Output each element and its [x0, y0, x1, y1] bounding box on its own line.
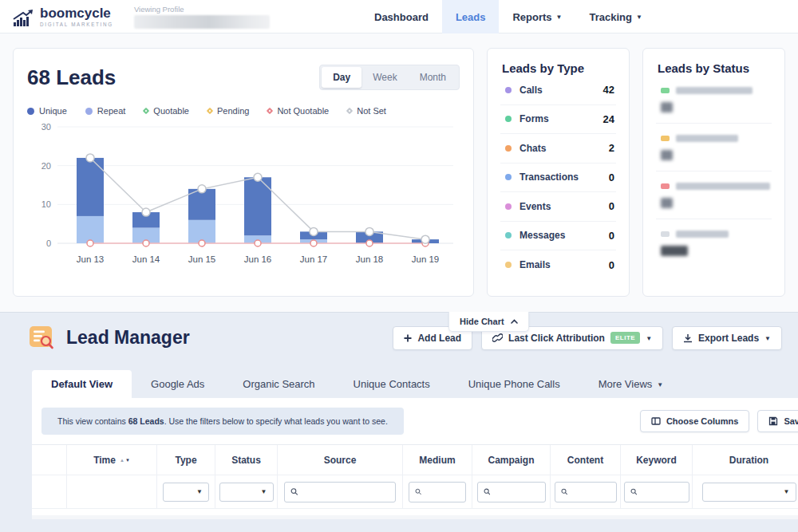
column-header-Time[interactable]: Time▲▼ [67, 445, 157, 475]
leads-by-type-row: Messages0 [500, 222, 616, 251]
type-value: 42 [603, 84, 614, 96]
column-header-Type: Type [157, 445, 215, 475]
filter-select-duration[interactable]: ▼ [702, 483, 796, 502]
legend-label: Quotable [153, 106, 189, 116]
column-header-label: Time [93, 455, 116, 466]
leads-by-type-list: Calls42Forms24Chats2Transactions0Events0… [500, 76, 616, 280]
export-leads-button[interactable]: Export Leads ▼ [672, 326, 782, 350]
leads-chart[interactable]: 0102030Jun 13Jun 14Jun 15Jun 16Jun 17Jun… [27, 116, 461, 277]
save-view-button[interactable]: Save View [757, 410, 798, 432]
column-header-Medium: Medium [403, 445, 472, 475]
range-option-day[interactable]: Day [322, 67, 361, 88]
lead-manager-section: Hide Chart Lead Manager Add Lead [0, 312, 798, 532]
leads-by-type-row: Calls42 [500, 76, 616, 105]
filter-input-content[interactable] [571, 487, 610, 497]
legend-label: Not Quotable [277, 106, 329, 116]
column-header-Status: Status [215, 445, 278, 475]
type-label: Emails [519, 259, 551, 270]
leads-by-type-row: Emails0 [500, 250, 616, 280]
table-filter-row: ▼▼▼ [32, 475, 798, 509]
tab-label: Unique Phone Calls [468, 378, 560, 390]
chevron-down-icon: ▼ [636, 14, 642, 21]
tab-label: Organic Search [243, 378, 314, 390]
chevron-down-icon: ▼ [784, 488, 790, 495]
link-icon [492, 333, 503, 343]
legend-label: Not Set [357, 106, 386, 116]
status-marker-icon [661, 231, 670, 237]
filter-search-campaign[interactable] [477, 482, 546, 502]
chevron-down-icon: ▼ [646, 336, 652, 342]
filter-search-keyword[interactable] [624, 482, 689, 502]
filter-input-source[interactable] [302, 487, 389, 497]
column-header-label: Source [324, 455, 357, 466]
leads-count-title: 68 Leads [27, 65, 116, 90]
leads-by-status-item [656, 76, 772, 124]
chevron-up-icon [511, 319, 518, 324]
legend-item-pending[interactable]: Pending [207, 106, 249, 116]
legend-marker [346, 108, 353, 114]
column-header-label: Content [567, 455, 603, 466]
table-empty-row [32, 515, 798, 519]
type-label: Chats [519, 143, 546, 154]
filter-select-type[interactable]: ▼ [163, 483, 209, 502]
filter-input-medium[interactable] [425, 487, 460, 497]
filter-select-status[interactable]: ▼ [219, 483, 274, 502]
legend-item-unique[interactable]: Unique [27, 106, 67, 116]
status-value-redacted [661, 102, 673, 112]
view-panel: This view contains 68 Leads. Use the fil… [32, 398, 798, 518]
choose-columns-button[interactable]: Choose Columns [640, 410, 749, 432]
column-header-select [32, 445, 67, 475]
hide-chart-button[interactable]: Hide Chart [448, 312, 529, 332]
leads-by-status-item [656, 219, 772, 266]
table-empty-row [32, 509, 798, 515]
nav-item-leads[interactable]: Leads [442, 0, 500, 33]
chart-legend: UniqueRepeatQuotablePendingNot QuotableN… [27, 106, 460, 116]
legend-item-not-quotable[interactable]: Not Quotable [267, 106, 329, 116]
save-view-label: Save View [784, 416, 798, 426]
tab-label: Unique Contacts [354, 378, 430, 390]
legend-item-quotable[interactable]: Quotable [144, 106, 189, 116]
brand-tagline: DIGITAL MARKETING [40, 22, 113, 27]
column-header-label: Status [231, 455, 261, 466]
tab-organic-search[interactable]: Organic Search [223, 370, 334, 398]
filter-search-medium[interactable] [409, 482, 466, 502]
tab-unique-contacts[interactable]: Unique Contacts [334, 370, 449, 398]
brand-logo[interactable]: boomcycle DIGITAL MARKETING [13, 6, 113, 27]
tab-label: Google Ads [151, 378, 204, 390]
tab-google-ads[interactable]: Google Ads [132, 370, 223, 398]
column-header-Source: Source [278, 445, 403, 475]
legend-item-repeat[interactable]: Repeat [85, 106, 125, 116]
nav-item-reports[interactable]: Reports▼ [499, 0, 575, 33]
leads-by-status-item [656, 171, 772, 219]
filter-search-source[interactable] [284, 482, 396, 502]
svg-text:Jun 19: Jun 19 [412, 254, 440, 264]
legend-label: Repeat [97, 106, 125, 116]
legend-item-not-set[interactable]: Not Set [347, 106, 386, 116]
tab-default-view[interactable]: Default View [32, 370, 132, 398]
range-option-month[interactable]: Month [409, 67, 457, 88]
add-lead-label: Add Lead [417, 333, 461, 344]
svg-text:Jun 17: Jun 17 [300, 254, 328, 264]
nav-item-dashboard[interactable]: Dashboard [361, 0, 442, 33]
chevron-down-icon: ▼ [261, 488, 267, 495]
tab-more-views[interactable]: More Views▼ [579, 370, 683, 398]
status-label-redacted [676, 183, 770, 190]
sort-icon[interactable]: ▲▼ [120, 458, 130, 463]
type-dot-icon [505, 203, 512, 210]
filter-input-campaign[interactable] [494, 487, 539, 497]
range-option-week[interactable]: Week [361, 67, 408, 88]
type-dot-icon [505, 174, 512, 180]
nav-item-tracking[interactable]: Tracking▼ [576, 0, 656, 33]
nav-item-label: Dashboard [374, 11, 429, 23]
info-prefix: This view contains [57, 416, 128, 426]
filter-search-content[interactable] [555, 482, 617, 502]
status-label-redacted [676, 231, 729, 238]
charts-section: 68 Leads DayWeekMonth UniqueRepeatQuotab… [0, 33, 798, 312]
profile-name-redacted[interactable] [134, 15, 270, 29]
type-label: Forms [519, 113, 549, 124]
legend-marker [143, 108, 149, 114]
download-icon [683, 333, 693, 343]
type-label: Events [519, 201, 551, 212]
filter-input-keyword[interactable] [641, 487, 682, 497]
tab-unique-phone-calls[interactable]: Unique Phone Calls [449, 370, 579, 398]
